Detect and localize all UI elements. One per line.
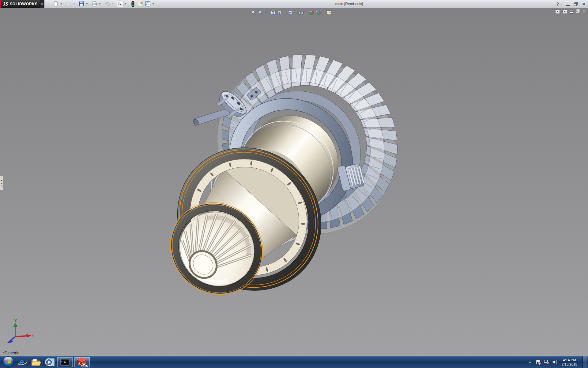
graphics-viewport[interactable]: ◂ ▸ ✕ ◀ ◀ ◀ Y X	[0, 8, 588, 356]
document-window-controls: ◂ ▸ ✕	[555, 9, 586, 14]
collapsed-panel-tab[interactable]: ◀ ◀ ◀	[0, 176, 3, 190]
undo-button[interactable]	[104, 1, 111, 7]
save-button[interactable]	[78, 1, 85, 7]
apply-scene-button[interactable]	[315, 10, 321, 16]
svg-text:C:\: C:\	[61, 360, 65, 363]
clock-time: 4:14 PM	[562, 358, 577, 362]
minimize-button[interactable]	[565, 2, 570, 6]
system-tray: ▲	[527, 356, 588, 368]
new-document-button[interactable]	[52, 1, 59, 7]
brand-name: SOLIDWORKS	[10, 2, 38, 6]
command-prompt-icon: C:\	[60, 358, 70, 366]
previous-view-button[interactable]	[263, 10, 270, 16]
svg-text:S: S	[78, 362, 81, 366]
view-orientation-icon	[277, 10, 282, 15]
design-binder-button[interactable]	[137, 1, 144, 7]
solidworks-resources-button[interactable]	[130, 1, 136, 7]
clock-date: 7/13/2015	[562, 362, 577, 366]
collapse-arrow-icon: ◀	[1, 182, 2, 184]
title-bar: 3S SOLIDWORKS ▶ ▼ ▼	[0, 0, 588, 8]
restore-button[interactable]	[573, 2, 578, 6]
apply-scene-icon	[315, 10, 321, 15]
section-view-button[interactable]	[270, 10, 276, 16]
zoom-to-fit-icon	[251, 10, 256, 15]
doc-close-button[interactable]: ✕	[582, 10, 586, 14]
design-binder-icon	[138, 1, 143, 6]
display-style-icon	[288, 10, 293, 15]
network-status-icon[interactable]	[544, 359, 549, 365]
taskbar-item-solidworks-2015[interactable]: S W 2015	[74, 357, 90, 367]
options-icon	[145, 1, 150, 6]
view-settings-button[interactable]	[326, 10, 332, 16]
undo-dropdown[interactable]: ▼	[111, 1, 114, 7]
reference-triad: Y X	[5, 318, 34, 345]
print-button[interactable]	[91, 1, 98, 7]
taskbar-item-media-player[interactable]	[43, 356, 56, 368]
section-view-icon	[270, 10, 276, 15]
doc-minimize-button[interactable]	[570, 10, 573, 13]
view-orientation-label: *Dimetric	[3, 351, 19, 355]
new-dropdown[interactable]: ▼	[60, 1, 63, 7]
solidworks-2015-icon: S W 2015	[77, 357, 88, 367]
select-dropdown[interactable]: ▼	[124, 1, 127, 7]
new-document-icon	[53, 1, 58, 6]
media-player-icon	[45, 358, 55, 367]
open-folder-icon	[66, 2, 71, 6]
undo-icon	[104, 2, 110, 6]
collapse-arrow-icon: ◀	[1, 179, 2, 181]
help-button[interactable]: ?	[556, 2, 559, 6]
doc-restore-button[interactable]	[576, 9, 580, 14]
print-icon	[92, 1, 97, 6]
restore-icon	[574, 2, 578, 6]
collapse-left-pane-button[interactable]: ◂	[555, 10, 560, 14]
select-button[interactable]	[117, 1, 123, 7]
print-dropdown[interactable]: ▼	[98, 1, 101, 7]
collapse-arrow-icon: ◀	[1, 185, 2, 187]
open-button[interactable]	[65, 1, 72, 7]
edit-appearance-button[interactable]	[308, 10, 315, 16]
help-dropdown[interactable]: ▼	[560, 3, 562, 5]
desktop: 3S SOLIDWORKS ▶ ▼ ▼	[0, 0, 588, 368]
show-hidden-icons-button[interactable]: ▲	[527, 361, 533, 364]
save-dropdown[interactable]: ▼	[85, 1, 89, 7]
taskbar-item-internet-explorer[interactable]: e	[17, 356, 29, 368]
start-button[interactable]	[2, 356, 14, 368]
save-floppy-icon	[79, 1, 84, 6]
titlebar-controls: ? ▼ ✕	[556, 0, 586, 8]
show-desktop-button[interactable]	[582, 356, 587, 368]
svg-text:2015: 2015	[81, 364, 88, 367]
engine-model[interactable]	[0, 8, 588, 356]
solidworks-logo: 3S SOLIDWORKS	[0, 0, 40, 8]
hide-show-items-button[interactable]	[298, 10, 304, 16]
triad-x-label: X	[31, 334, 34, 338]
close-button[interactable]: ✕	[581, 2, 586, 6]
zoom-to-area-button[interactable]	[257, 10, 263, 16]
previous-view-icon	[264, 10, 269, 15]
taskbar-clock[interactable]: 4:14 PM 7/13/2015	[562, 358, 577, 366]
options-dropdown[interactable]: ▼	[152, 1, 155, 7]
zoom-to-area-icon	[258, 10, 263, 15]
select-cursor-icon	[118, 1, 123, 6]
traffic-light-icon	[131, 1, 134, 7]
volume-icon[interactable]	[552, 359, 558, 365]
doc-restore-icon	[576, 9, 580, 13]
taskbar: e	[0, 356, 588, 368]
action-center-icon[interactable]	[536, 359, 541, 365]
collapse-right-pane-button[interactable]: ▸	[563, 10, 567, 14]
main-toolbar: ▼ ▼ ▼	[52, 1, 156, 7]
open-dropdown[interactable]: ▼	[73, 1, 76, 7]
zoom-to-fit-button[interactable]	[251, 10, 257, 16]
heads-up-toolbar	[251, 10, 332, 16]
taskbar-item-command-prompt[interactable]: C:\	[57, 357, 73, 367]
view-orientation-button[interactable]	[276, 10, 283, 16]
internet-explorer-icon: e	[18, 358, 28, 367]
folder-icon	[31, 358, 41, 366]
triad-y-label: Y	[14, 318, 17, 323]
options-button[interactable]	[144, 1, 151, 7]
document-title: main [Read-only]	[318, 0, 380, 8]
display-style-button[interactable]	[287, 10, 293, 16]
menu-expander-button[interactable]: ▶	[40, 0, 44, 8]
3ds-logo-icon: 3S	[2, 1, 9, 6]
taskbar-item-windows-explorer[interactable]	[30, 356, 42, 368]
svg-text:e: e	[19, 358, 24, 367]
